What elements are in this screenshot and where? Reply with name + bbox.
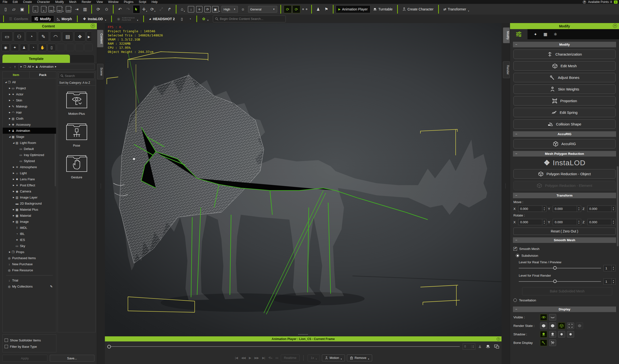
tree-item-makeup[interactable]: ▶✎Makeup	[3, 103, 56, 110]
dock-tab-render[interactable]: Render	[503, 61, 510, 78]
clip-mode-icon[interactable]: ▭	[275, 356, 279, 360]
cube-solid-toggle[interactable]	[540, 322, 547, 329]
collapse-icon[interactable]: ▶	[9, 99, 11, 101]
instalod-button[interactable]: ❖InstaLOD▾	[80, 15, 109, 22]
tree-item-camera[interactable]: ▶◉Camera	[3, 188, 56, 194]
content-close-icon[interactable]: ✕	[91, 24, 95, 28]
create-character-button[interactable]: Create Character	[400, 5, 436, 13]
tree-item-lens-flare[interactable]: ▶✹Lens Flare	[3, 176, 56, 182]
collapse-icon[interactable]: ▶	[12, 172, 15, 174]
rotate-z-input[interactable]: 0.000▲▼	[588, 219, 616, 225]
section-modify-header[interactable]: − Modify	[513, 42, 616, 47]
shadow-soft-toggle[interactable]	[549, 331, 556, 337]
cube-wire-toggle[interactable]	[558, 322, 565, 329]
tree-item-light-room[interactable]: ◢▤Light Room	[3, 140, 56, 146]
dual-display-icon[interactable]	[494, 345, 499, 349]
final-render-level-slider[interactable]	[519, 281, 601, 282]
pose-tool-button[interactable]: ✩	[103, 5, 110, 13]
reset-zero-out-button[interactable]: Reset ( Zero Out )	[513, 228, 616, 235]
conform-button[interactable]: ☰Conform	[6, 15, 31, 22]
tab-attributes[interactable]	[510, 29, 527, 39]
playback-speed-dropdown[interactable]: 1x▾	[308, 354, 320, 361]
timeline-track[interactable]	[107, 345, 460, 349]
modify-mode-button[interactable]: Modify	[31, 15, 54, 22]
category-gesture-icon[interactable]: ✋	[38, 44, 47, 51]
menu-view[interactable]: View	[94, 0, 106, 4]
pivot-tool-button[interactable]: ↱	[166, 5, 173, 13]
realtime-level-slider[interactable]	[519, 268, 601, 268]
menu-window[interactable]: Window	[106, 0, 121, 4]
shadow-ground-toggle[interactable]	[540, 331, 547, 337]
tree-item-stylized[interactable]: ▭Stylized	[3, 158, 56, 164]
smooth-mesh-checkbox[interactable]	[513, 247, 517, 251]
tree-item-image[interactable]: ▶▨Image	[3, 219, 56, 225]
bake-subdivided-mesh-button[interactable]: Bake Subdivided Mesh	[522, 287, 612, 295]
go-end-button[interactable]: ▶|	[261, 356, 266, 360]
rotate-y-input[interactable]: 0.000▲▼	[553, 219, 581, 225]
menu-render[interactable]: Render	[79, 0, 94, 4]
edit-spring-button[interactable]: Edit Spring	[513, 108, 616, 117]
menu-character[interactable]: Character	[34, 0, 53, 4]
motion-dropdown-button[interactable]: Motion▾	[322, 354, 345, 361]
category-hair-icon[interactable]: ◠	[50, 31, 61, 42]
tree-item-ibl[interactable]: ◔IBL	[3, 231, 56, 237]
category-accessory-icon[interactable]: ❖	[74, 31, 85, 42]
export-button[interactable]: ⇥	[73, 5, 80, 13]
select-tool-button[interactable]	[133, 5, 140, 13]
move-z-input[interactable]: 0.000▲▼	[588, 206, 616, 212]
fit-all-button[interactable]: ✛	[196, 5, 203, 13]
bone-hide-toggle[interactable]	[549, 339, 556, 346]
menu-plugins[interactable]: Plugins	[121, 0, 136, 4]
characterization-button[interactable]: Characterization	[513, 50, 616, 59]
nav-up-icon[interactable]: ↑	[14, 65, 16, 69]
collapse-icon[interactable]: ▶	[9, 117, 11, 120]
category-actor-icon[interactable]: ⚇	[14, 31, 25, 42]
eye-closed-toggle[interactable]	[549, 314, 556, 321]
headshot-mask-icon[interactable]: ◔	[186, 15, 194, 23]
tab-material[interactable]: ▦	[543, 32, 547, 37]
online-content-button[interactable]: ✿▾	[199, 15, 211, 22]
edit-collections-icon[interactable]: ✎	[50, 285, 53, 288]
tab-physics[interactable]: ⚛	[553, 32, 557, 37]
tree-item-stage[interactable]: ◢▦Stage	[3, 134, 56, 140]
collapse-icon[interactable]: ▶	[12, 209, 15, 211]
export-fbx-button[interactable]: FBX→▾	[56, 5, 64, 13]
tree-item-actor[interactable]: ▶✦Actor	[3, 91, 56, 97]
filter-base-type-checkbox[interactable]	[5, 345, 8, 348]
morph-button[interactable]: ◺Morph	[54, 15, 75, 22]
headshot-page-icon[interactable]: ▯	[178, 15, 185, 23]
tab-pack[interactable]: Pack	[29, 71, 56, 78]
modify-close-icon[interactable]: ✕	[613, 24, 617, 28]
polygon-reduction-element-button[interactable]: Polygon Reduction - Element	[513, 181, 616, 190]
menu-modify[interactable]: Modify	[53, 0, 67, 4]
menu-edit[interactable]: Edit	[10, 0, 20, 4]
eye-open-toggle[interactable]	[540, 314, 547, 321]
content-card-pose[interactable]: Pose	[65, 122, 88, 147]
polygon-reduction-object-button[interactable]: Polygon Reduction - Object	[513, 169, 616, 179]
undo-button[interactable]: ↶	[116, 5, 124, 13]
section-accurig-header[interactable]: − AccuRIG	[513, 131, 616, 137]
category-more-icon[interactable]: ▸	[86, 31, 91, 42]
tree-item-material[interactable]: ▶▦Material	[3, 212, 56, 219]
menu-file[interactable]: File	[0, 0, 10, 4]
content-card-motion-plus[interactable]: Motion-Plus	[65, 90, 88, 115]
lock-character-icon[interactable]: ♟	[478, 344, 482, 349]
category-script-icon[interactable]: ▯	[48, 44, 56, 51]
fit-vertical-button[interactable]: ↕	[187, 5, 195, 13]
preset-dropdown[interactable]: General▼	[248, 6, 277, 13]
collapse-icon[interactable]: ▶	[9, 124, 11, 126]
proportion-button[interactable]: Proportion	[513, 96, 616, 106]
tree-item-ies[interactable]: ✦IES	[3, 237, 56, 243]
skin-weights-button[interactable]: Skin Weights	[513, 84, 616, 94]
tree-item-accessory[interactable]: ▶❖Accessory	[3, 122, 56, 128]
online-search-input[interactable]	[220, 17, 283, 21]
turntable-icon[interactable]	[485, 344, 490, 349]
collapse-icon[interactable]: ▶	[9, 251, 11, 253]
scale-tool-button[interactable]: ⤢	[157, 5, 165, 13]
turntable-button[interactable]: Turntable	[370, 5, 395, 13]
tree-item-image-layer[interactable]: ▶▥Image Layer	[3, 194, 56, 200]
step-forward-button[interactable]: ▶▶	[254, 356, 259, 360]
expand-icon[interactable]: ◢	[5, 81, 7, 83]
menu-script[interactable]: Script	[136, 0, 149, 4]
tree-item-trial[interactable]: ↓Trial	[3, 277, 56, 283]
